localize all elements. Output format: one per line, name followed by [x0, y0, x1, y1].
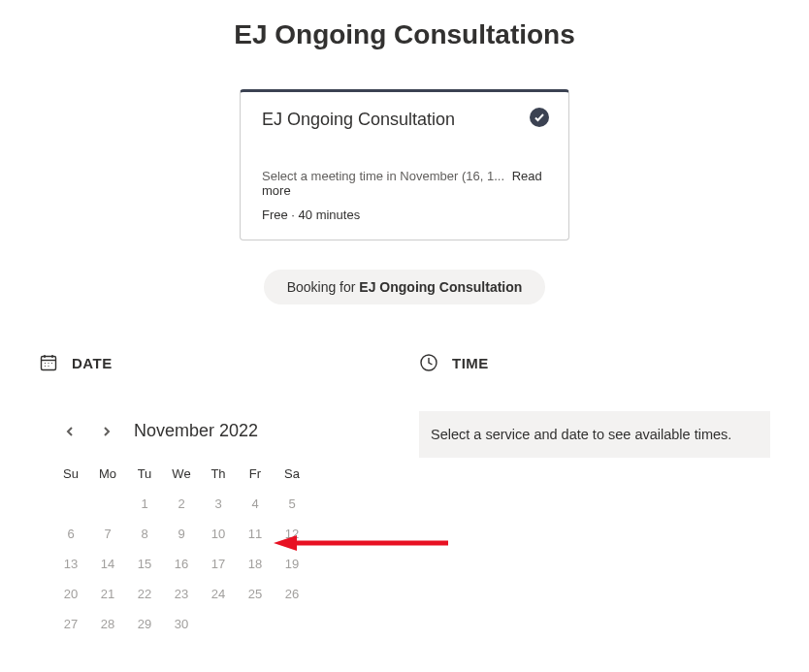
calendar-weekday: Tu — [126, 459, 163, 489]
calendar-day[interactable]: 14 — [89, 549, 126, 579]
calendar-day[interactable]: 12 — [274, 519, 310, 549]
calendar-day[interactable]: 30 — [163, 609, 200, 639]
page-title: EJ Ongoing Consultations — [39, 19, 770, 50]
calendar-day[interactable]: 13 — [52, 549, 89, 579]
calendar-day[interactable]: 27 — [52, 609, 89, 639]
clock-icon — [419, 353, 438, 372]
svg-point-6 — [51, 363, 52, 364]
calendar-day[interactable]: 15 — [126, 549, 163, 579]
booking-for-pill: Booking for EJ Ongoing Consultation — [264, 270, 546, 304]
date-label: DATE — [72, 355, 113, 371]
calendar-day[interactable]: 10 — [200, 519, 237, 549]
calendar-month-label: November 2022 — [134, 421, 258, 441]
calendar-weekday: Fr — [237, 459, 274, 489]
calendar-day[interactable]: 21 — [89, 579, 126, 609]
calendar-day[interactable]: 18 — [237, 549, 274, 579]
calendar-nav: November 2022 — [60, 421, 390, 441]
svg-point-5 — [48, 363, 49, 364]
calendar-day[interactable]: 29 — [126, 609, 163, 639]
calendar-day[interactable]: 1 — [126, 489, 163, 519]
calendar-icon — [39, 353, 58, 372]
time-column: TIME Select a service and date to see av… — [419, 353, 770, 639]
date-column: DATE November 2022 SuMoTuWeThFrSa..12345… — [39, 353, 390, 639]
calendar-day[interactable]: 9 — [163, 519, 200, 549]
calendar-day[interactable]: 28 — [89, 609, 126, 639]
calendar-weekday: Su — [52, 459, 89, 489]
time-label: TIME — [452, 355, 489, 371]
calendar-day[interactable]: 2 — [163, 489, 200, 519]
booking-for-service: EJ Ongoing Consultation — [359, 279, 522, 295]
calendar-day[interactable]: 5 — [274, 489, 310, 519]
calendar-weekday: Sa — [274, 459, 310, 489]
svg-point-7 — [45, 366, 46, 367]
calendar-weekday: We — [163, 459, 200, 489]
service-card[interactable]: EJ Ongoing Consultation Select a meeting… — [240, 89, 569, 240]
calendar-weekday: Th — [200, 459, 237, 489]
booking-for-prefix: Booking for — [287, 279, 360, 295]
selected-check-icon — [530, 108, 549, 127]
calendar-day[interactable]: 24 — [200, 579, 237, 609]
calendar-grid: SuMoTuWeThFrSa..123456789101112131415161… — [52, 459, 390, 639]
calendar-day[interactable]: 4 — [237, 489, 274, 519]
service-card-meta: Free · 40 minutes — [262, 208, 547, 222]
svg-point-4 — [45, 363, 46, 364]
next-month-button[interactable] — [97, 422, 116, 441]
calendar-day[interactable]: 17 — [200, 549, 237, 579]
calendar-day[interactable]: 16 — [163, 549, 200, 579]
calendar-day[interactable]: 11 — [237, 519, 274, 549]
calendar-day[interactable]: 20 — [52, 579, 89, 609]
calendar-day[interactable]: 3 — [200, 489, 237, 519]
service-card-description-row: Select a meeting time in November (16, 1… — [262, 169, 547, 198]
time-placeholder: Select a service and date to see availab… — [419, 411, 770, 458]
service-card-description: Select a meeting time in November (16, 1… — [262, 169, 504, 183]
calendar-day[interactable]: 25 — [237, 579, 274, 609]
calendar-day[interactable]: 6 — [52, 519, 89, 549]
calendar-weekday: Mo — [89, 459, 126, 489]
calendar-day[interactable]: 26 — [274, 579, 310, 609]
calendar-day[interactable]: 8 — [126, 519, 163, 549]
calendar-day[interactable]: 23 — [163, 579, 200, 609]
svg-point-8 — [48, 366, 49, 367]
prev-month-button[interactable] — [60, 422, 80, 441]
service-card-title: EJ Ongoing Consultation — [262, 110, 547, 130]
calendar-day[interactable]: 7 — [89, 519, 126, 549]
calendar-day[interactable]: 22 — [126, 579, 163, 609]
calendar-day[interactable]: 19 — [274, 549, 310, 579]
